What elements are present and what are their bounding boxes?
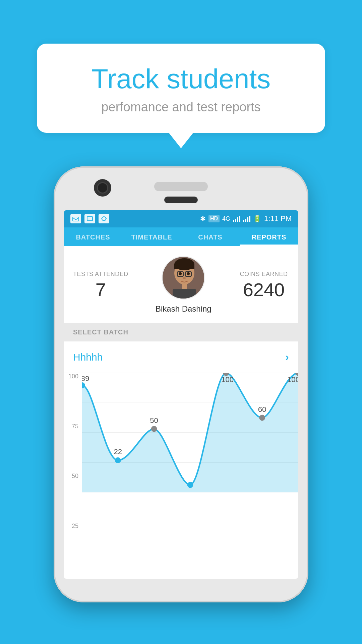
svg-rect-13 bbox=[173, 289, 196, 300]
status-bar-right: ✱ HD 4G bbox=[200, 214, 292, 223]
coins-earned-value: 6240 bbox=[239, 280, 289, 299]
chart-point-1 bbox=[115, 458, 121, 464]
avatar bbox=[162, 256, 205, 300]
tab-timetable[interactable]: TIMETABLE bbox=[122, 227, 181, 246]
coins-earned-label: COINS EARNED bbox=[239, 271, 289, 278]
svg-rect-1 bbox=[87, 217, 93, 221]
battery-icon: 🔋 bbox=[253, 215, 261, 223]
tests-attended-value: 7 bbox=[73, 280, 128, 299]
svg-point-12 bbox=[183, 277, 186, 279]
tab-reports[interactable]: REPORTS bbox=[240, 227, 298, 246]
svg-text:60: 60 bbox=[258, 405, 266, 414]
notification-icon-3 bbox=[99, 214, 109, 223]
speech-bubble: Track students perfomance and test repor… bbox=[37, 44, 325, 133]
chart-area: 100 75 50 25 bbox=[64, 373, 298, 579]
network-type: 4G bbox=[222, 215, 230, 222]
y-label-25: 25 bbox=[64, 523, 80, 530]
svg-rect-6 bbox=[174, 264, 194, 269]
svg-text:100: 100 bbox=[287, 375, 298, 384]
status-time: 1:11 PM bbox=[264, 214, 292, 223]
screen-content: TESTS ATTENDED 7 bbox=[64, 246, 298, 579]
notification-icon-1 bbox=[70, 214, 81, 223]
chevron-right-icon: › bbox=[285, 351, 289, 363]
status-bar-left bbox=[70, 214, 109, 223]
signal-strength-2 bbox=[243, 215, 250, 222]
status-bar: ✱ HD 4G bbox=[64, 210, 298, 227]
earpiece bbox=[164, 197, 198, 203]
phone-body: ✱ HD 4G bbox=[54, 166, 308, 602]
camera bbox=[94, 179, 111, 197]
svg-text:50: 50 bbox=[150, 416, 158, 425]
coins-earned-block: COINS EARNED 6240 bbox=[239, 271, 289, 299]
batch-item[interactable]: Hhhhh › bbox=[64, 341, 298, 373]
chart-point-2 bbox=[151, 426, 157, 432]
tests-attended-block: TESTS ATTENDED 7 bbox=[73, 271, 128, 299]
volume-up-button bbox=[54, 240, 54, 262]
batch-name: Hhhhh bbox=[73, 352, 103, 363]
y-label-100: 100 bbox=[64, 373, 80, 380]
signal-strength-1 bbox=[233, 215, 240, 222]
tests-attended-label: TESTS ATTENDED bbox=[73, 271, 128, 278]
bubble-subtitle: perfomance and test reports bbox=[60, 100, 302, 114]
speaker-grille bbox=[154, 182, 208, 191]
y-label-50: 50 bbox=[64, 473, 80, 480]
user-name: Bikash Dashing bbox=[156, 304, 212, 314]
notification-icon-2 bbox=[84, 214, 95, 223]
tab-chats[interactable]: CHATS bbox=[181, 227, 240, 246]
chart-point-5 bbox=[259, 415, 265, 421]
performance-chart: 89 22 50 100 60 100 bbox=[82, 373, 298, 492]
avatar-block: Bikash Dashing bbox=[156, 256, 212, 314]
y-axis-labels: 100 75 50 25 bbox=[64, 373, 80, 572]
svg-text:100: 100 bbox=[221, 375, 234, 384]
chart-point-3 bbox=[187, 482, 193, 488]
hd-badge: HD bbox=[208, 215, 220, 222]
svg-rect-14 bbox=[182, 283, 187, 289]
y-label-75: 75 bbox=[64, 423, 80, 430]
bubble-title: Track students bbox=[60, 64, 302, 94]
bluetooth-icon: ✱ bbox=[200, 215, 206, 223]
phone-mockup: ✱ HD 4G bbox=[54, 166, 308, 602]
profile-section: TESTS ATTENDED 7 bbox=[64, 246, 298, 323]
phone-screen: ✱ HD 4G bbox=[64, 210, 298, 579]
svg-point-8 bbox=[187, 272, 190, 275]
svg-text:22: 22 bbox=[114, 448, 122, 456]
select-batch-header: SELECT BATCH bbox=[64, 323, 298, 341]
tab-batches[interactable]: BATCHES bbox=[64, 227, 122, 246]
power-button bbox=[308, 254, 308, 287]
volume-down-button bbox=[54, 269, 54, 290]
nav-tabs: BATCHES TIMETABLE CHATS REPORTS bbox=[64, 227, 298, 246]
svg-text:89: 89 bbox=[82, 375, 89, 383]
svg-point-7 bbox=[179, 272, 182, 275]
svg-rect-0 bbox=[73, 217, 79, 221]
